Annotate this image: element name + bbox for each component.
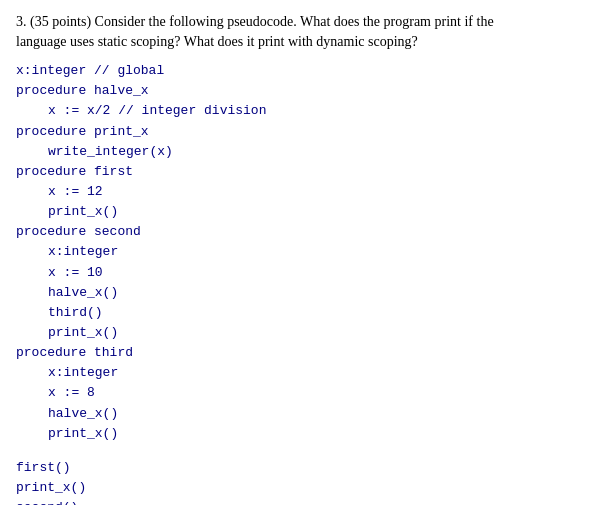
code-line-19: print_x(): [16, 424, 581, 444]
code-line-11: x := 10: [16, 263, 581, 283]
question-number: 3.: [16, 14, 27, 29]
code-line-7: x := 12: [16, 182, 581, 202]
code-line-15: procedure third: [16, 343, 581, 363]
code-line-13: third(): [16, 303, 581, 323]
question-points: (35 points): [30, 14, 91, 29]
code-line-6: procedure first: [16, 162, 581, 182]
call-line-1: first(): [16, 458, 581, 478]
code-line-2: procedure halve_x: [16, 81, 581, 101]
code-line-16: x:integer: [16, 363, 581, 383]
code-line-14: print_x(): [16, 323, 581, 343]
question-text1: Consider the following pseudocode. What …: [95, 14, 494, 29]
code-line-3: x := x/2 // integer division: [16, 101, 581, 121]
code-line-18: halve_x(): [16, 404, 581, 424]
code-line-5: write_integer(x): [16, 142, 581, 162]
code-line-1: x:integer // global: [16, 61, 581, 81]
code-line-10: x:integer: [16, 242, 581, 262]
code-line-8: print_x(): [16, 202, 581, 222]
question-text2: language uses static scoping? What does …: [16, 34, 418, 49]
code-line-12: halve_x(): [16, 283, 581, 303]
question-statement: 3. (35 points) Consider the following ps…: [16, 12, 581, 51]
pseudocode-block: x:integer // global procedure halve_x x …: [16, 61, 581, 444]
call-line-3: second(): [16, 498, 581, 505]
code-line-9: procedure second: [16, 222, 581, 242]
code-line-17: x := 8: [16, 383, 581, 403]
main-calls-block: first() print_x() second() print_x(): [16, 458, 581, 505]
call-line-2: print_x(): [16, 478, 581, 498]
code-line-4: procedure print_x: [16, 122, 581, 142]
